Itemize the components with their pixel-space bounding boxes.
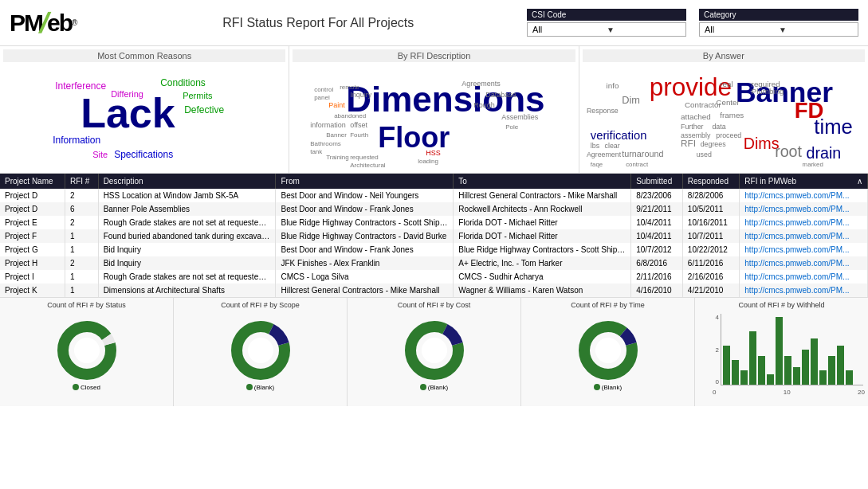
chart-cost: Count of RFI # by Cost (Blank) [348, 298, 521, 406]
table-cell: Project H [0, 256, 65, 270]
table-cell: Rough Grade stakes are not set at reques… [98, 270, 276, 284]
word-root: root [775, 143, 802, 160]
table-cell: 2 [65, 256, 98, 270]
table-row: Project G1Bid InquiryBest Door and Windo… [0, 243, 868, 256]
legend-dot-closed: Closed [73, 384, 100, 391]
table-cell: CMCS - Loga Silva [276, 270, 454, 284]
word-agreement2: Agreement [587, 151, 622, 158]
word-tank: tank [310, 148, 323, 155]
legend-color-cost [420, 384, 426, 390]
word-assemblies: Assemblies [501, 113, 539, 121]
word-contract: contract [626, 161, 649, 168]
bar-2 [732, 360, 739, 385]
table-cell: Hillcrest General Contractors - Mike Mar… [276, 284, 454, 297]
col-description[interactable]: Description [98, 174, 276, 189]
table-row: Project D2HSS Location at Window Jamb SK… [0, 189, 868, 202]
category-arrow-icon: ▼ [779, 25, 853, 34]
word-abandoned: abandoned [334, 112, 366, 119]
word-rfi150: RFI [681, 138, 696, 149]
chart-time-container: (Blank) [524, 311, 691, 398]
legend-color-time [594, 384, 600, 390]
table-cell[interactable]: http://cmcs.pmweb.com/PM... [740, 256, 868, 270]
x-label-10: 10 [784, 389, 791, 396]
table-row: Project F1Found buried abandoned tank du… [0, 229, 868, 243]
table-cell[interactable]: http://cmcs.pmweb.com/PM... [740, 270, 868, 284]
col-submitted[interactable]: Submitted [631, 174, 683, 189]
page-title: RFI Status Report For All Projects [109, 16, 527, 30]
chart-scope: Count of RFI # by Scope (Blank) [174, 298, 348, 406]
legend-scope-blank: (Blank) [246, 384, 274, 391]
table-cell: 2 [65, 189, 98, 202]
bar-3 [740, 370, 748, 385]
word-further: Further [681, 123, 704, 131]
word-control: control [314, 86, 333, 93]
table-cell: HSS Location at Window Jamb SK-5A [98, 189, 276, 202]
filters: CSI Code All ▼ Category All ▼ [527, 9, 858, 37]
donut-scope-legend: (Blank) [246, 384, 274, 391]
bar-11 [811, 338, 818, 385]
table-cell: JFK Finishes - Alex Franklin [276, 256, 454, 270]
bar-14 [837, 346, 844, 385]
header: PM / eb ® RFI Status Report For All Proj… [0, 0, 868, 46]
donut-time-svg [576, 319, 640, 382]
word-degrees: degrees [700, 140, 726, 148]
charts-section: Count of RFI # by Status Closed Count of… [0, 298, 868, 406]
table-cell: Project D [0, 189, 65, 202]
legend-label-closed: Closed [81, 384, 100, 391]
x-axis-labels: 0 10 20 [698, 389, 865, 396]
legend-time-blank: (Blank) [594, 384, 622, 391]
donut-cost-svg [403, 319, 466, 382]
table-cell: Wagner & Williams - Karen Watson [454, 284, 631, 297]
table-cell[interactable]: http://cmcs.pmweb.com/PM... [740, 229, 868, 243]
table-cell[interactable]: http://cmcs.pmweb.com/PM... [740, 284, 868, 297]
col-to[interactable]: To [454, 174, 631, 189]
word-training: Training [326, 154, 349, 161]
col-rfi-pmweb[interactable]: RFI in PMWeb ∧ [740, 174, 868, 189]
table-header-row: Project Name RFI # Description From To S… [0, 174, 868, 189]
y-label-2: 2 [711, 346, 719, 354]
word-architectural: Architectural [350, 162, 386, 169]
table-cell: 8/23/2006 [631, 189, 683, 202]
y-label-0: 0 [711, 378, 719, 385]
word-frames: frames [720, 111, 744, 119]
word-lbs: lbs [590, 142, 599, 150]
word-permits: Permits [183, 91, 213, 100]
y-axis: 4 2 0 [711, 314, 721, 385]
table-cell: 6/11/2016 [682, 256, 739, 270]
table-cell: 9/21/2011 [631, 202, 683, 216]
chart-status: Count of RFI # by Status Closed [0, 298, 174, 406]
col-project-name[interactable]: Project Name [0, 174, 65, 189]
csi-code-filter: CSI Code All ▼ [527, 9, 686, 37]
chart-scope-container: (Blank) [177, 311, 344, 398]
legend-color-scope [246, 384, 253, 390]
rfi-table-section: Project Name RFI # Description From To S… [0, 174, 868, 298]
logo-trademark: ® [72, 18, 77, 27]
table-cell[interactable]: http://cmcs.pmweb.com/PM... [740, 189, 868, 202]
col-rfi-num[interactable]: RFI # [65, 174, 98, 189]
table-cell: Best Door and Window - Frank Jones [276, 202, 454, 216]
csi-label: CSI Code [527, 9, 686, 21]
table-cell: Project I [0, 270, 65, 284]
csi-arrow-icon: ▼ [607, 25, 681, 34]
x-label-0: 0 [713, 389, 716, 396]
word-bathrooms: Bathrooms [310, 140, 341, 147]
csi-select[interactable]: All ▼ [527, 22, 686, 37]
table-row: Project I1Rough Grade stakes are not set… [0, 270, 868, 284]
cloud-content-answer: provide Banner FD time verification Dims… [583, 64, 865, 171]
table-cell: 10/22/2012 [682, 243, 739, 256]
table-cell: 10/16/2011 [682, 216, 739, 229]
bar-10 [802, 350, 809, 385]
table-cell: 10/7/2011 [682, 229, 739, 243]
word-dim2: Dim [622, 94, 640, 106]
table-cell: Found buried abandoned tank during excav… [98, 229, 276, 243]
word-faqe: faqe [590, 161, 603, 168]
table-cell[interactable]: http://cmcs.pmweb.com/PM... [740, 202, 868, 216]
table-cell: Rockwell Architects - Ann Rockwell [454, 202, 631, 216]
table-cell[interactable]: http://cmcs.pmweb.com/PM... [740, 243, 868, 256]
word-plumbing: Plumbing [751, 87, 784, 96]
table-cell[interactable]: http://cmcs.pmweb.com/PM... [740, 216, 868, 229]
col-responded[interactable]: Responded [682, 174, 739, 189]
col-from[interactable]: From [276, 174, 454, 189]
cloud-title-reasons: Most Common Reasons [3, 49, 285, 62]
category-select[interactable]: All ▼ [699, 22, 858, 37]
